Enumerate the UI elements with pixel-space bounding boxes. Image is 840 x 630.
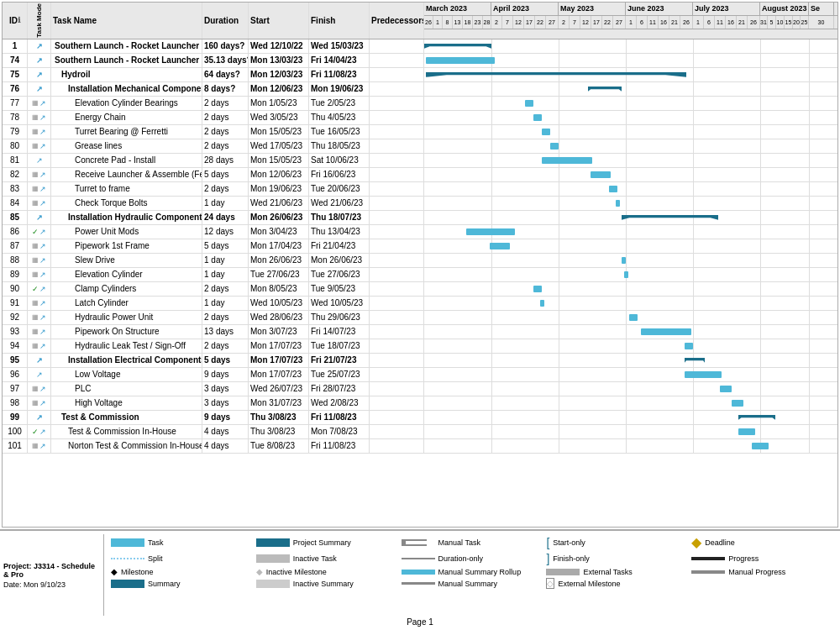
- cell-duration: 5 days: [202, 168, 249, 181]
- col-header-finish: Finish: [309, 3, 370, 39]
- gantt-bar: [609, 186, 617, 192]
- cell-task-mode: ▦↗: [28, 311, 51, 324]
- cell-predecessors: [370, 339, 424, 353]
- cell-start: Mon 31/07/23: [249, 396, 309, 410]
- cell-start: Tue 8/08/23: [249, 439, 309, 453]
- legend-project-summary-label: Project Summary: [293, 538, 351, 547]
- cell-task-name: Pipework On Structure: [51, 325, 202, 339]
- cell-task-mode: ▦↗: [28, 382, 51, 396]
- cell-duration: 2 days: [202, 111, 249, 124]
- cell-finish: Thu 29/06/23: [309, 311, 370, 324]
- legend-manual-summary-label: Manual Summary: [438, 580, 498, 588]
- gantt-bar: [685, 371, 722, 378]
- col-task-mode-label: Task Mode: [35, 3, 43, 38]
- gantt-bar: [622, 215, 718, 220]
- cell-gantt: [424, 368, 837, 381]
- cell-id: 82: [3, 168, 28, 181]
- cell-task-name: Turret Bearing @ Ferretti: [51, 125, 202, 139]
- cell-start: Mon 8/05/23: [249, 282, 309, 296]
- cell-task-mode: ▦↗: [28, 268, 51, 281]
- cell-start: Wed 26/07/23: [249, 382, 309, 396]
- legend-start-only: [ Start-only: [546, 534, 685, 550]
- cell-predecessors: [370, 425, 424, 438]
- footer: Project: J3314 - Schedule & Pro Date: Mo…: [0, 529, 840, 630]
- cell-predecessors: [370, 282, 424, 296]
- cell-task-name: Southern Launch - Rocket Launcher: [51, 39, 202, 53]
- cell-id: 74: [3, 54, 28, 67]
- cell-task-mode: ▦↗: [28, 125, 51, 139]
- cell-task-name: Hydraulic Leak Test / Sign-Off: [51, 339, 202, 353]
- cell-gantt: [424, 82, 837, 96]
- table-row: 91▦↗Latch Cylinder1 dayWed 10/05/23Wed 1…: [3, 297, 837, 311]
- cell-task-mode: ✓↗: [28, 425, 51, 438]
- cell-task-name: Test & Commission: [51, 411, 202, 424]
- gantt-bar: [426, 72, 686, 77]
- cell-id: 98: [3, 396, 28, 410]
- gantt-bar: [685, 343, 693, 349]
- col-header-id: ID ℹ: [3, 3, 28, 39]
- cell-duration: 1 day: [202, 297, 249, 310]
- cell-duration: 24 days: [202, 211, 249, 224]
- legend-project-summary: Project Summary: [256, 534, 395, 550]
- cell-gantt: [424, 325, 837, 339]
- table-row: 97▦↗PLC3 daysWed 26/07/23Fri 28/07/23: [3, 382, 837, 396]
- cell-finish: Thu 18/07/23: [309, 211, 370, 224]
- footer-top: Project: J3314 - Schedule & Pro Date: Mo…: [3, 534, 837, 616]
- legend-manual-task-label: Manual Task: [438, 538, 480, 547]
- cell-id: 95: [3, 354, 28, 367]
- legend-milestone: ◆ Milestone: [111, 567, 249, 576]
- legend-manual-task: Manual Task: [402, 534, 540, 550]
- gantt-bar: [732, 400, 743, 407]
- header-row: ID ℹ Task Mode Task Name Duration Start …: [3, 3, 837, 39]
- cell-duration: 8 days?: [202, 82, 249, 96]
- cell-finish: Tue 25/07/23: [309, 368, 370, 381]
- gantt-bar: [542, 157, 592, 164]
- cell-duration: 4 days: [202, 425, 249, 438]
- legend-manual-progress: Manual Progress: [691, 567, 830, 576]
- cell-start: Mon 17/07/23: [249, 368, 309, 381]
- legend-progress-label: Progress: [728, 554, 759, 563]
- cell-duration: 28 days: [202, 154, 249, 167]
- cell-task-mode: ↗: [28, 411, 51, 424]
- cell-task-mode: ▦↗: [28, 439, 51, 453]
- cell-task-mode: ↗: [28, 68, 51, 81]
- cell-task-name: Southern Launch - Rocket Launcher: [51, 54, 202, 67]
- cell-start: Mon 17/07/23: [249, 354, 309, 367]
- table-row: 93▦↗Pipework On Structure13 daysMon 3/07…: [3, 325, 837, 339]
- cell-gantt: [424, 297, 837, 310]
- legend-finish-only-label: Finish-only: [553, 554, 590, 563]
- cell-id: 97: [3, 382, 28, 396]
- cell-duration: 2 days: [202, 182, 249, 196]
- cell-predecessors: [370, 439, 424, 453]
- col-start-label: Start: [250, 16, 270, 25]
- legend-milestone-bar: ◆: [111, 567, 118, 576]
- col-header-task-mode: Task Mode: [28, 3, 51, 39]
- cell-duration: 9 days: [202, 411, 249, 424]
- gantt-bar: [738, 428, 755, 435]
- col-header-duration: Duration: [202, 3, 249, 39]
- cell-predecessors: [370, 125, 424, 139]
- legend-external-milestone-label: External Milestone: [558, 580, 620, 588]
- cell-duration: 2 days: [202, 125, 249, 139]
- cell-task-name: Power Unit Mods: [51, 225, 202, 239]
- cell-start: Thu 3/08/23: [249, 425, 309, 438]
- cell-id: 76: [3, 82, 28, 96]
- cell-task-mode: ↗: [28, 211, 51, 224]
- cell-duration: 2 days: [202, 339, 249, 353]
- cell-task-name: High Voltage: [51, 396, 202, 410]
- cell-id: 99: [3, 411, 28, 424]
- cell-gantt: [424, 239, 837, 253]
- cell-predecessors: [370, 354, 424, 367]
- cell-id: 78: [3, 111, 28, 124]
- cell-predecessors: [370, 68, 424, 81]
- month-march: March 2023: [424, 3, 491, 15]
- cell-finish: Tue 9/05/23: [309, 282, 370, 296]
- gantt-bar: [540, 300, 544, 307]
- gantt-bar: [533, 114, 542, 121]
- month-may: May 2023: [559, 3, 626, 15]
- gantt-bar: [685, 358, 705, 363]
- table-row: 85↗Installation Hydraulic Components24 d…: [3, 211, 837, 225]
- gantt-bar: [490, 243, 510, 249]
- legend-inactive-summary-label: Inactive Summary: [293, 580, 354, 588]
- cell-gantt: [424, 254, 837, 267]
